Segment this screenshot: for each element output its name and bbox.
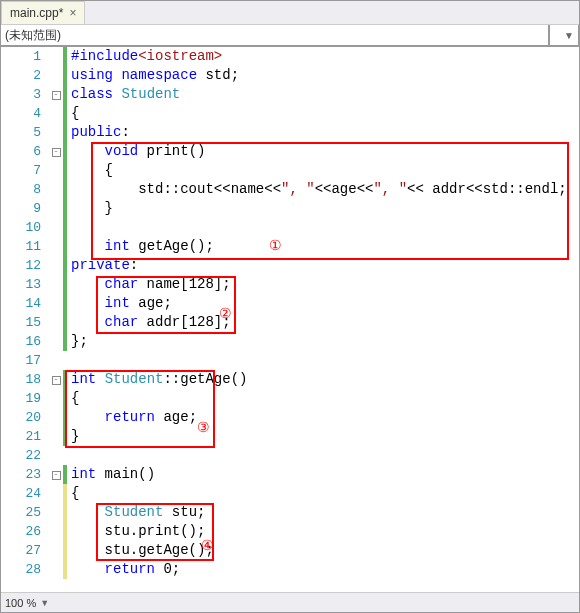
scope-bar: (未知范围) ▼ bbox=[1, 25, 579, 47]
zoom-level[interactable]: 100 % bbox=[5, 597, 36, 609]
fold-icon[interactable]: - bbox=[52, 471, 61, 480]
line-number: 19 bbox=[1, 389, 49, 408]
line-number: 26 bbox=[1, 522, 49, 541]
file-tab[interactable]: main.cpp* × bbox=[1, 1, 85, 24]
line-number: 3 bbox=[1, 85, 49, 104]
scope-label: (未知范围) bbox=[5, 27, 61, 44]
line-number: 8 bbox=[1, 180, 49, 199]
status-bar: 100 % ▼ bbox=[1, 592, 579, 612]
line-number: 24 bbox=[1, 484, 49, 503]
line-number: 1 bbox=[1, 47, 49, 66]
line-number: 15 bbox=[1, 313, 49, 332]
line-number: 14 bbox=[1, 294, 49, 313]
scope-dropdown-right[interactable]: ▼ bbox=[549, 25, 579, 46]
line-number: 6 bbox=[1, 142, 49, 161]
chevron-down-icon: ▼ bbox=[564, 30, 574, 41]
line-number: 25 bbox=[1, 503, 49, 522]
line-number: 13 bbox=[1, 275, 49, 294]
line-number: 23 bbox=[1, 465, 49, 484]
line-number: 17 bbox=[1, 351, 49, 370]
line-number: 22 bbox=[1, 446, 49, 465]
line-number: 4 bbox=[1, 104, 49, 123]
close-icon[interactable]: × bbox=[69, 6, 76, 20]
line-number: 5 bbox=[1, 123, 49, 142]
line-number: 9 bbox=[1, 199, 49, 218]
tab-title: main.cpp* bbox=[10, 6, 63, 20]
fold-icon[interactable]: - bbox=[52, 148, 61, 157]
line-number: 28 bbox=[1, 560, 49, 579]
line-number: 11 bbox=[1, 237, 49, 256]
code-editor[interactable]: 1#include<iostream> 2using namespace std… bbox=[1, 47, 579, 592]
line-number: 16 bbox=[1, 332, 49, 351]
fold-icon[interactable]: - bbox=[52, 376, 61, 385]
line-number: 20 bbox=[1, 408, 49, 427]
line-number: 21 bbox=[1, 427, 49, 446]
tab-bar: main.cpp* × bbox=[1, 1, 579, 25]
line-number: 12 bbox=[1, 256, 49, 275]
line-number: 2 bbox=[1, 66, 49, 85]
line-number: 27 bbox=[1, 541, 49, 560]
line-number: 7 bbox=[1, 161, 49, 180]
scope-dropdown[interactable]: (未知范围) bbox=[1, 25, 549, 46]
line-number: 10 bbox=[1, 218, 49, 237]
chevron-down-icon[interactable]: ▼ bbox=[40, 598, 49, 608]
line-number: 18 bbox=[1, 370, 49, 389]
fold-icon[interactable]: - bbox=[52, 91, 61, 100]
